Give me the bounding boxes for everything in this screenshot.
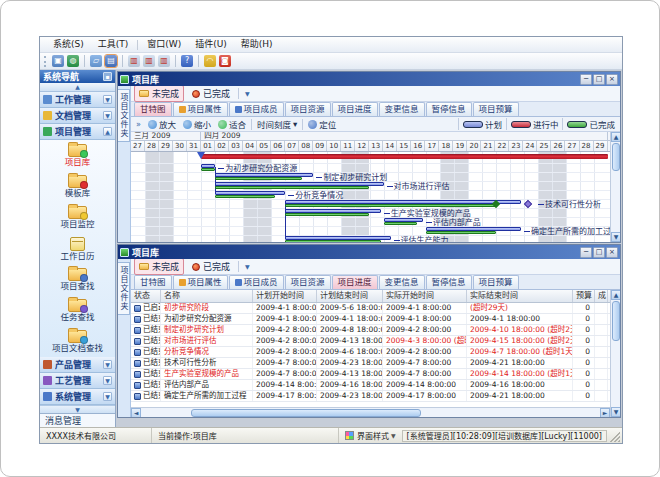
sidebar-collapse-button[interactable]: ▲ [40,83,115,92]
tab-项目属性[interactable]: 项目属性 [173,275,228,289]
task-bar-生产实验室规模的产品[interactable] [285,209,380,216]
toolbar-overflow-chevron[interactable]: » [134,120,143,129]
help-icon[interactable]: ? [181,55,193,67]
gantt-button-定位[interactable]: 定位 [306,118,338,130]
tab-项目预算[interactable]: 项目预算 [473,275,519,289]
gantt-vertical-scrollbar[interactable]: ▲▼ [610,132,620,242]
tab-暂停信息[interactable]: 暂停信息 [426,102,472,116]
menu-item-0[interactable]: 系统(S) [46,37,91,52]
table-row[interactable]: 已结束技术可行性分析2009-4-7 8:00:002009-4-23 18:0… [131,358,610,369]
chevron-down-icon[interactable]: ▼ [242,263,253,270]
close-button[interactable]: × [606,74,618,85]
scroll-thumb[interactable] [612,143,620,171]
chevron-down-icon[interactable]: ▼ [242,90,253,97]
table-row[interactable]: 已结束生产实验室规模的产品2009-4-7 8:00:002009-4-13 1… [131,369,610,380]
tab-暂停信息[interactable]: 暂停信息 [426,275,472,289]
sidebar-group-文档管理[interactable]: 文档管理▼ [40,108,115,124]
gantt-button-缩小[interactable]: 缩小 [181,118,213,130]
tab-项目进度[interactable]: 项目进度 [332,102,378,116]
menu-item-3[interactable]: 插件(U) [188,37,234,52]
scroll-track[interactable] [611,342,620,407]
tab-甘特图[interactable]: 甘特图 [134,275,172,289]
sidebar-item-模板库[interactable]: 模板库 [40,171,115,202]
report-del-icon[interactable]: ▥ [158,55,170,67]
scroll-down-arrow[interactable]: ▼ [611,407,620,417]
table-row[interactable]: 已启动初步研究阶段2009-4-1 8:00:002009-5-6 18:00:… [131,303,610,314]
lock-icon[interactable]: ◠ [204,55,216,67]
minimize-button[interactable]: ─ [580,247,592,258]
scroll-thumb[interactable] [612,301,620,341]
tab-项目成员[interactable]: 项目成员 [229,275,284,289]
filter-button-已完成[interactable]: 已完成 [187,86,235,102]
task-bar-技术可行性分析[interactable] [285,200,521,207]
task-bar-评估生产能力[interactable] [285,236,390,242]
sidebar-item-项目库[interactable]: 项目库 [40,140,115,171]
tab-项目成员[interactable]: 项目成员 [229,102,284,116]
menu-item-2[interactable]: 窗口(W) [140,37,188,52]
task-bar-制定初步研究计划[interactable] [215,173,313,180]
table-row[interactable]: 已结束对市场进行评估2009-4-2 8:00:002009-4-13 18:0… [131,336,610,347]
column-header-成[interactable]: 成 [595,290,608,302]
sidebar-item-工作日历[interactable]: 工作日历 [40,233,115,264]
gantt-button-时间刻度[interactable]: 时间刻度 ▾ [255,118,299,130]
table-vertical-scrollbar[interactable]: ▲▼ [610,290,620,417]
interface-style-button[interactable]: 界面样式 ▼ [339,428,402,443]
menu-item-4[interactable]: 帮助(H) [234,37,280,52]
column-header-状态[interactable]: 状态 [131,290,161,302]
sidebar-item-项目监控[interactable]: 项目监控 [40,202,115,233]
table-row[interactable]: 已结束为初步研究分配资源2009-4-1 8:00:002009-4-1 18:… [131,314,610,325]
toolbar-grip[interactable] [44,56,47,67]
task-bar-分析竞争情况[interactable] [215,191,285,198]
tab-项目预算[interactable]: 项目预算 [473,102,519,116]
table-row[interactable]: 已结束制定初步研究计划2009-4-2 8:00:002009-4-8 18:0… [131,325,610,336]
minimize-button[interactable]: ─ [580,74,592,85]
pin-icon[interactable]: ▪ [103,72,112,81]
column-header-计划开始时间[interactable]: 计划开始时间 [253,290,317,302]
menu-item-1[interactable]: 工具(T) [91,37,136,52]
tab-message-manage[interactable]: 消息管理 [40,413,115,427]
column-header-名称[interactable]: 名称 [161,290,253,302]
report-edit-icon[interactable]: ▥ [143,55,155,67]
tab-project-folder[interactable]: 项目文件夹 [118,262,130,315]
column-header-预算[interactable]: 预算 [573,290,595,302]
tab-项目属性[interactable]: 项目属性 [173,102,228,116]
tab-变更信息[interactable]: 变更信息 [379,102,425,116]
scroll-down-arrow[interactable]: ▼ [611,232,620,242]
column-header-实际开始时间[interactable]: 实际开始时间 [383,290,467,302]
column-header-计划结束时间[interactable]: 计划结束时间 [317,290,383,302]
scroll-up-arrow[interactable]: ▲ [611,132,620,142]
scroll-track[interactable] [611,172,620,232]
app-window-icon[interactable]: ▣ [52,55,64,67]
scroll-thumb[interactable] [191,409,421,417]
tab-项目进度[interactable]: 项目进度 [332,275,378,289]
scroll-up-arrow[interactable]: ▲ [611,290,620,300]
maximize-button[interactable]: □ [593,247,605,258]
globe-icon[interactable]: ◍ [67,55,79,67]
sidebar-group-工艺管理[interactable]: 工艺管理▼ [40,373,115,389]
task-bar-确定生产所需的加工过程[interactable] [426,227,521,234]
sidebar-group-系统管理[interactable]: 系统管理▼ [40,389,115,405]
filter-button-未完成[interactable]: 未完成 [134,86,184,102]
tab-变更信息[interactable]: 变更信息 [379,275,425,289]
gantt-chart[interactable]: 为初步研究分配资源制定初步研究计划对市场进行评估分析竞争情况技术可行性分析生产实… [131,152,610,242]
table-row[interactable]: 已结束确定生产所需的加工过程2009-4-17 8:00:002009-4-23… [131,391,610,402]
table-row[interactable]: 已结束评估内部产品2009-4-14 8:00:002009-4-16 18:0… [131,380,610,391]
open-folder-icon[interactable]: ▱ [90,55,102,67]
scroll-left-arrow[interactable]: ◄ [131,408,141,417]
column-header-实际结束时间[interactable]: 实际结束时间 [467,290,573,302]
table-horizontal-scrollbar[interactable]: ◄► [131,407,610,417]
task-bar-对市场进行评估[interactable] [215,182,383,189]
task-bar-为初步研究分配资源[interactable] [201,164,215,171]
sidebar-overflow-chevron[interactable]: ▼ [40,405,115,413]
sidebar-item-项目查找[interactable]: 项目查找 [40,264,115,295]
sidebar-item-任务查找[interactable]: 任务查找 [40,295,115,326]
tab-项目资源[interactable]: 项目资源 [285,275,331,289]
summary-task-bar-初步研究阶段[interactable] [201,154,608,159]
gantt-button-放大[interactable]: 放大 [146,118,178,130]
scroll-right-arrow[interactable]: ► [600,408,610,417]
filter-button-已完成[interactable]: 已完成 [187,259,235,275]
gantt-button-适合[interactable]: 适合 [216,118,248,130]
save-icon[interactable]: ▤ [105,55,117,67]
sidebar-group-项目管理[interactable]: 项目管理▲ [40,124,115,140]
exit-icon[interactable]: ◙ [219,55,231,67]
